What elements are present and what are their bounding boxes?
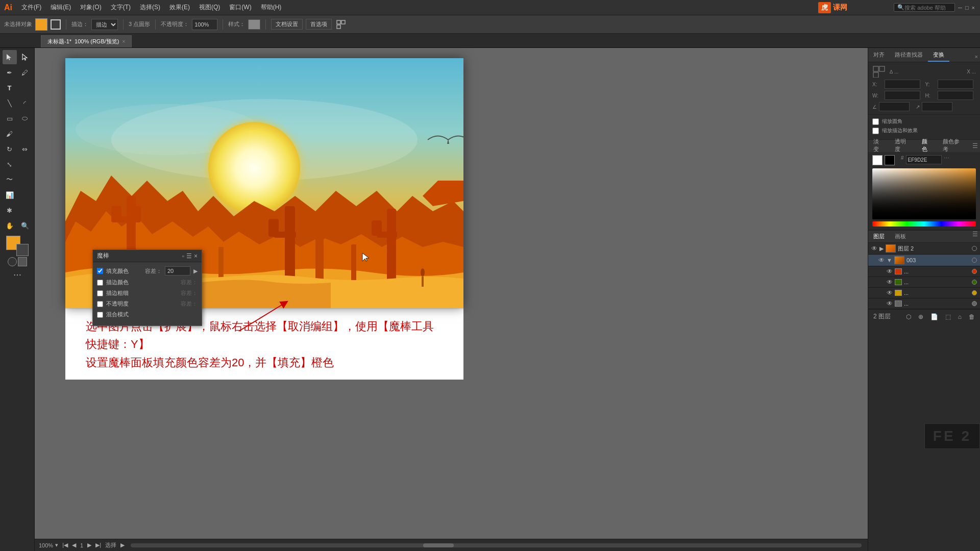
shear-input[interactable] (922, 102, 952, 111)
more-tools-btn[interactable]: ⋯ (10, 267, 24, 282)
h-input[interactable] (938, 91, 973, 100)
menu-edit[interactable]: 编辑(E) (46, 2, 75, 13)
panel-pin-btn[interactable]: ▫ (182, 253, 184, 260)
touch-type-tool[interactable] (18, 81, 32, 95)
scale-stroke-check[interactable] (872, 128, 879, 134)
layer-row-layer2[interactable]: 👁 ▶ 图层 2 (868, 243, 980, 255)
eye-icon-gray[interactable]: 👁 (887, 300, 893, 307)
layer-row-red[interactable]: 👁 ... (868, 266, 980, 277)
hue-bar[interactable] (872, 221, 976, 227)
tab-appearance[interactable]: 淡变 (868, 136, 890, 156)
zoom-control[interactable]: 100% ▾ (39, 542, 58, 548)
eye-icon-003[interactable]: 👁 (878, 257, 885, 264)
layer-row-gray[interactable]: 👁 ... (868, 298, 980, 309)
symbol-tool[interactable]: ✱ (3, 203, 17, 217)
direct-select-tool[interactable] (18, 50, 32, 64)
page-prev[interactable]: ◀ (72, 542, 76, 548)
menu-select[interactable]: 选择(S) (136, 2, 164, 13)
symbol-spray-tool[interactable] (18, 203, 32, 217)
canvas-scroll-area[interactable]: 选中图片点击【扩展】，鼠标右击选择【取消编组】，使用【魔棒工具 快捷键：Y】 设… (35, 48, 868, 539)
scale-tool[interactable]: ⤡ (3, 157, 17, 171)
white-swatch[interactable] (872, 155, 883, 165)
eye-icon-layer2[interactable]: 👁 (871, 245, 877, 252)
hex-input[interactable] (906, 155, 942, 164)
new-layer-btn[interactable]: 📄 (928, 312, 940, 321)
layers-menu-btn[interactable]: ☰ (970, 231, 980, 242)
scale-corners-check[interactable] (872, 118, 879, 125)
color-picker-gradient[interactable] (872, 168, 976, 219)
eye-icon-green[interactable]: 👁 (887, 279, 893, 286)
fill-color-check[interactable] (97, 268, 103, 274)
page-prev-start[interactable]: |◀ (62, 542, 68, 548)
eye-icon-yellow[interactable]: 👁 (887, 289, 893, 296)
tolerance-input-fill[interactable] (165, 266, 190, 276)
layer-row-003[interactable]: 👁 ▼ 003 (868, 255, 980, 266)
w-input[interactable] (885, 91, 920, 100)
tolerance-arrow[interactable]: ▶ (193, 268, 198, 274)
style-swatch[interactable] (248, 19, 260, 30)
template-btn[interactable]: ⬚ (943, 312, 953, 321)
opacity-input[interactable] (192, 19, 217, 30)
search-box[interactable]: 🔍 (894, 3, 955, 12)
brush-type-select[interactable]: 描边 (91, 19, 118, 30)
tab-align[interactable]: 对齐 (868, 49, 890, 62)
menu-view[interactable]: 视图(Q) (195, 2, 224, 13)
angle-input[interactable] (879, 102, 910, 111)
zoom-dropdown-arrow[interactable]: ▾ (55, 542, 58, 548)
menu-help[interactable]: 帮助(H) (257, 2, 286, 13)
stroke-color-check[interactable] (97, 280, 103, 286)
x-input[interactable] (885, 80, 920, 89)
tab-close-btn[interactable]: × (122, 39, 125, 44)
arrange-btn[interactable] (335, 18, 347, 31)
menu-object[interactable]: 对象(O) (76, 2, 105, 13)
blend-mode-check[interactable] (97, 312, 103, 318)
doc-setup-btn[interactable]: 文档设置 (271, 19, 303, 30)
tab-transform[interactable]: 变换 (928, 49, 949, 62)
color-circle[interactable] (8, 257, 17, 266)
menu-effect[interactable]: 效果(E) (165, 2, 194, 13)
panel-menu-btn[interactable]: ☰ (186, 253, 192, 260)
menu-window[interactable]: 窗口(W) (225, 2, 255, 13)
make-clipping-btn[interactable]: ⬡ (904, 312, 913, 321)
rotate-tool[interactable]: ↻ (3, 142, 17, 156)
blob-brush-tool[interactable] (18, 127, 32, 141)
menu-file[interactable]: 文件(F) (17, 2, 45, 13)
layer2-expand[interactable]: ▶ (879, 245, 884, 252)
horizontal-scrollbar[interactable] (131, 543, 862, 547)
gradient-box[interactable] (18, 257, 27, 266)
artboards-tab[interactable]: 画板 (890, 231, 911, 242)
tab-colorref[interactable]: 颜色参考 (938, 136, 970, 156)
graph-tool[interactable]: 📊 (3, 188, 17, 202)
eye-icon-red[interactable]: 👁 (887, 268, 893, 275)
pen-tool[interactable]: ✒ (3, 65, 17, 80)
tab-color[interactable]: 颜色 (917, 136, 938, 156)
line-tool[interactable]: ╲ (3, 96, 17, 110)
fill-color-box[interactable] (35, 18, 47, 31)
tab-pathfinder[interactable]: 路径查找器 (890, 49, 928, 62)
warp-tool[interactable]: 〜 (3, 172, 17, 187)
search-input[interactable] (904, 5, 955, 11)
document-tab[interactable]: 未标题-1* 100% (RGB/预览) × (41, 35, 132, 47)
window-close[interactable]: × (972, 5, 975, 11)
width-tool[interactable] (18, 172, 32, 187)
tab-transparency[interactable]: 透明度 (890, 136, 917, 156)
artboard-play[interactable]: ▶ (120, 542, 125, 548)
curvature-tool[interactable]: 🖊 (18, 65, 32, 80)
menu-text[interactable]: 文字(T) (107, 2, 135, 13)
ellipse-tool[interactable]: ⬭ (18, 111, 32, 126)
color-panel-menu[interactable]: ☰ (970, 142, 980, 149)
window-maximize[interactable]: □ (965, 5, 969, 11)
page-next[interactable]: ▶ (87, 542, 91, 548)
collect-btn[interactable]: ⌂ (956, 312, 964, 321)
opacity-check[interactable] (97, 301, 103, 307)
preferences-btn[interactable]: 首选项 (306, 19, 332, 30)
rect-tool[interactable]: ▭ (3, 111, 17, 126)
zoom-tool[interactable]: 🔍 (18, 218, 32, 233)
black-swatch[interactable] (885, 155, 895, 165)
new-sublayer-btn[interactable]: ⊕ (916, 312, 925, 321)
background-color[interactable] (16, 244, 29, 256)
slice-tool[interactable] (18, 188, 32, 202)
paintbrush-tool[interactable]: 🖌 (3, 127, 17, 141)
color-options-btn[interactable]: ⋯ (944, 155, 949, 165)
layer-row-green[interactable]: 👁 ... (868, 277, 980, 288)
